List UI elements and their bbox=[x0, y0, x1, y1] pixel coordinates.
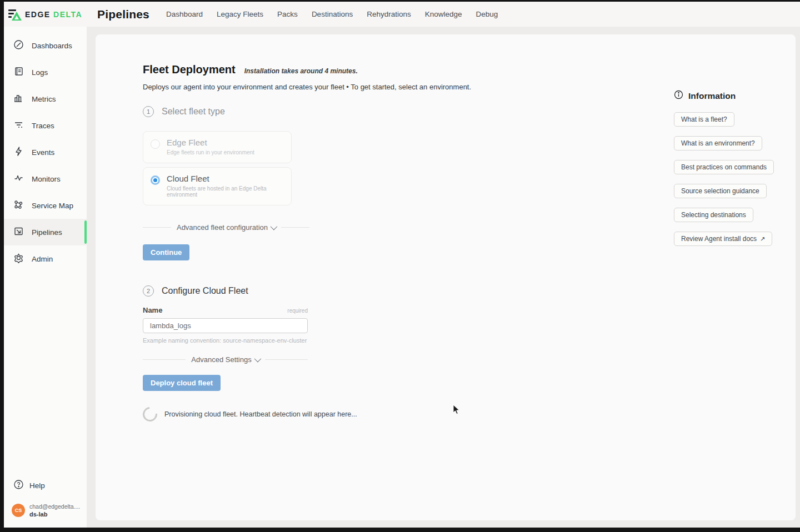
what-is-an-environment-link[interactable]: What is an environment? bbox=[674, 136, 762, 150]
step1-title: Select fleet type bbox=[162, 107, 225, 117]
external-link-icon: ↗ bbox=[760, 235, 765, 242]
top-nav: Dashboard Legacy Fleets Packs Destinatio… bbox=[166, 10, 498, 18]
spinner-icon bbox=[140, 404, 161, 425]
tab-dashboard[interactable]: Dashboard bbox=[166, 10, 203, 18]
page-title: Pipelines bbox=[97, 8, 149, 21]
tab-knowledge[interactable]: Knowledge bbox=[425, 10, 462, 18]
advanced-settings-toggle[interactable]: Advanced Settings bbox=[143, 355, 308, 364]
sidebar-item-label: Metrics bbox=[32, 95, 56, 103]
sidebar-item-label: Traces bbox=[32, 122, 54, 130]
sidebar-item-label: Events bbox=[32, 148, 54, 157]
deploy-cloud-fleet-button[interactable]: Deploy cloud fleet bbox=[143, 375, 221, 391]
sidebar-item-service-map[interactable]: Service Map bbox=[4, 192, 87, 219]
provisioning-text: Provisioning cloud fleet. Heartbeat dete… bbox=[164, 410, 357, 418]
network-icon bbox=[13, 199, 24, 212]
radio-selected-icon[interactable] bbox=[151, 175, 160, 185]
external-link-label: Review Agent install docs bbox=[681, 235, 757, 243]
user-org: ds-lab bbox=[29, 511, 80, 518]
step2-header: 2 Configure Cloud Fleet bbox=[143, 285, 796, 297]
user-menu[interactable]: CS chad@edgedelta.... ds-lab bbox=[4, 495, 87, 522]
advanced-settings-label: Advanced Settings bbox=[191, 355, 251, 364]
pulse-icon bbox=[13, 173, 24, 185]
cloud-fleet-title: Cloud Fleet bbox=[167, 174, 286, 183]
edge-fleet-description: Edge fleets run in your environment bbox=[167, 149, 254, 155]
sidebar-item-logs[interactable]: Logs bbox=[4, 59, 87, 86]
cloud-fleet-option[interactable]: Cloud Fleet Cloud fleets are hosted in a… bbox=[143, 167, 292, 205]
continue-button[interactable]: Continue bbox=[143, 244, 189, 260]
sidebar-item-metrics[interactable]: Metrics bbox=[4, 86, 87, 112]
user-email: chad@edgedelta.... bbox=[29, 503, 80, 510]
advanced-fleet-configuration-toggle[interactable]: Advanced fleet configuration bbox=[143, 223, 309, 232]
sidebar-item-label: Dashboards bbox=[32, 42, 72, 50]
edge-delta-logo-icon bbox=[8, 8, 22, 21]
sidebar-item-pipelines[interactable]: Pipelines bbox=[4, 219, 87, 245]
step2-title: Configure Cloud Fleet bbox=[162, 286, 248, 296]
cloud-fleet-description: Cloud fleets are hosted in an Edge Delta… bbox=[167, 185, 286, 198]
journal-icon bbox=[13, 66, 24, 79]
sidebar-item-admin[interactable]: Admin bbox=[4, 245, 87, 272]
chevron-down-icon bbox=[254, 355, 261, 363]
best-practices-link[interactable]: Best practices on commands bbox=[674, 160, 774, 174]
help-icon bbox=[13, 479, 24, 492]
advanced-fleet-configuration-label: Advanced fleet configuration bbox=[177, 223, 268, 232]
gear-icon bbox=[13, 253, 24, 265]
sidebar-item-traces[interactable]: Traces bbox=[4, 112, 87, 139]
gauge-icon bbox=[13, 39, 24, 52]
sidebar-item-label: Service Map bbox=[32, 202, 73, 210]
info-icon bbox=[674, 90, 683, 102]
fleet-name-input[interactable] bbox=[143, 318, 308, 333]
tab-debug[interactable]: Debug bbox=[476, 10, 498, 18]
bar-chart-icon bbox=[13, 93, 24, 106]
pipeline-icon bbox=[13, 226, 24, 239]
edge-fleet-option[interactable]: Edge Fleet Edge fleets run in your envir… bbox=[143, 131, 292, 163]
tab-packs[interactable]: Packs bbox=[277, 10, 298, 18]
fleet-deployment-card: Fleet Deployment Installation takes arou… bbox=[96, 34, 796, 520]
avatar: CS bbox=[12, 504, 25, 517]
install-time-note: Installation takes around 4 minutes. bbox=[244, 67, 358, 75]
sidebar-item-label: Admin bbox=[32, 255, 53, 263]
review-agent-install-docs-link[interactable]: Review Agent install docs↗ bbox=[674, 232, 772, 246]
information-title: Information bbox=[688, 91, 736, 101]
what-is-a-fleet-link[interactable]: What is a fleet? bbox=[674, 112, 734, 127]
logo-text: EDGE DELTA bbox=[25, 10, 82, 19]
sidebar-item-dashboards[interactable]: Dashboards bbox=[4, 32, 87, 59]
sidebar: Dashboards Logs Metrics Traces Events Mo bbox=[4, 27, 87, 528]
name-label: Name bbox=[143, 306, 162, 314]
source-selection-link[interactable]: Source selection guidance bbox=[674, 184, 767, 198]
selecting-destinations-link[interactable]: Selecting destinations bbox=[674, 208, 753, 222]
sidebar-item-monitors[interactable]: Monitors bbox=[4, 165, 87, 192]
edge-fleet-title: Edge Fleet bbox=[167, 138, 254, 147]
information-panel: Information What is a fleet? What is an … bbox=[674, 90, 785, 246]
provisioning-status: Provisioning cloud fleet. Heartbeat dete… bbox=[143, 407, 796, 421]
naming-convention-hint: Example naming convention: source-namesp… bbox=[143, 337, 308, 344]
fleet-deployment-title: Fleet Deployment bbox=[143, 63, 236, 76]
radio-unselected-icon[interactable] bbox=[151, 139, 160, 149]
help-label: Help bbox=[29, 481, 45, 490]
trace-lines-icon bbox=[13, 119, 24, 132]
step2-number: 2 bbox=[143, 285, 154, 297]
sidebar-bottom: Help CS chad@edgedelta.... ds-lab bbox=[4, 475, 87, 528]
app-window: EDGE DELTA Pipelines Dashboard Legacy Fl… bbox=[4, 2, 800, 528]
tab-rehydrations[interactable]: Rehydrations bbox=[367, 10, 411, 18]
top-bar: EDGE DELTA Pipelines Dashboard Legacy Fl… bbox=[4, 2, 800, 27]
sidebar-item-label: Monitors bbox=[32, 175, 61, 183]
cloud-fleet-form: Name required Example naming convention:… bbox=[143, 306, 308, 391]
main-area: Fleet Deployment Installation takes arou… bbox=[87, 27, 800, 528]
chevron-down-icon bbox=[271, 223, 278, 230]
step1-number: 1 bbox=[143, 106, 154, 117]
lightning-icon bbox=[13, 146, 24, 159]
sidebar-item-label: Pipelines bbox=[32, 228, 62, 237]
required-badge: required bbox=[287, 308, 308, 314]
edge-delta-logo[interactable]: EDGE DELTA bbox=[4, 8, 86, 21]
tab-legacy-fleets[interactable]: Legacy Fleets bbox=[217, 10, 263, 18]
sidebar-item-events[interactable]: Events bbox=[4, 139, 87, 165]
sidebar-item-label: Logs bbox=[32, 68, 48, 77]
tab-destinations[interactable]: Destinations bbox=[312, 10, 353, 18]
help-button[interactable]: Help bbox=[4, 475, 87, 495]
